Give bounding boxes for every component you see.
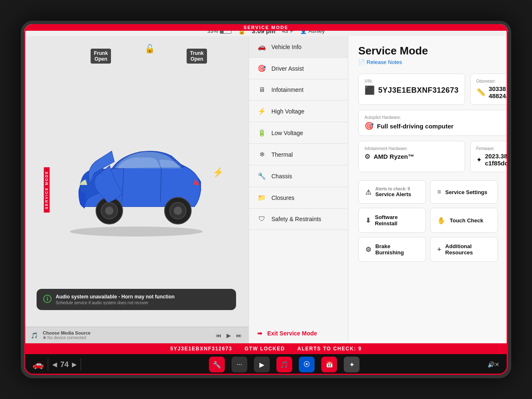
speed-increase-button[interactable]: ▶ [72,361,76,368]
next-track-button[interactable]: ⏭ [236,332,242,339]
left-panel: SERVICE MODE FrunkOpen 🔓 TrunkOpen [24,36,249,343]
service-settings-button[interactable]: ≡ Service Settings [430,180,498,204]
odometer-icon: 📏 [476,88,485,97]
infotainment-value: AMD Ryzen™ [374,153,414,160]
svg-point-0 [70,227,203,236]
nav-closures-label: Closures [271,195,294,201]
service-alerts-label: Service Alerts [375,191,411,197]
brake-icon: ⚙ [365,246,371,254]
media-device-label: ✱ No device connected [43,335,211,340]
release-notes-link[interactable]: 📄 Release Notes [358,59,498,65]
service-mode-top-banner: SERVICE MODE [24,24,508,31]
exit-service-mode-button[interactable]: ➡ Exit Service Mode [249,323,348,343]
nav-driver-assist-label: Driver Assist [271,65,304,72]
alert-text: Audio system unavailable - Horn may not … [56,294,175,305]
nav-item-driver-assist[interactable]: 🎯 Driver Assist [249,58,348,79]
media-app-icon[interactable]: ▶ [254,357,270,372]
speed-decrease-button[interactable]: ◀ [52,361,57,368]
odometer-label: Odometer: [476,79,508,84]
taskbar-divider-1 [48,358,48,371]
settings-icon: ≡ [437,188,441,196]
touch-check-label: Touch Check [450,217,483,224]
vin-value: 5YJ3E1EBXNF312673 [378,86,459,95]
exit-label: Exit Service Mode [267,330,317,337]
nav-infotainment-label: Infotainment [271,86,303,93]
volume-icon[interactable]: 🔊✕ [488,361,500,368]
chassis-icon: 🔧 [257,172,266,180]
nav-item-high-voltage[interactable]: ⚡ High Voltage [249,101,348,122]
bluetooth-taskbar-icon[interactable]: ⦿ [299,357,315,372]
additional-resources-label: Additional Resources [445,243,491,256]
high-voltage-icon: ⚡ [257,107,266,115]
bottom-alerts: ALERTS TO CHECK: 9 [298,346,362,352]
car-taskbar-icon[interactable]: 🚗 [32,359,44,370]
infotainment-hw-label: Infotainment Hardware: [365,146,459,151]
wrench-app-icon[interactable]: 🔧 [209,357,225,372]
screen: SERVICE MODE 33% 🔒 3:09 pm 43°F 👤 Ashley [24,24,508,375]
download-icon: ⬇ [365,217,371,224]
alert-sub-text: Schedule service if audio system does no… [56,300,175,305]
nav-item-vehicle-info[interactable]: 🚗 Vehicle Info [249,36,348,58]
music-app-icon[interactable]: 🎵 [276,357,292,372]
play-button[interactable]: ▶ [227,332,231,339]
media-bar: 🎵 Choose Media Source ✱ No device connec… [24,327,249,343]
nav-safety-label: Safety & Restraints [271,216,321,222]
nav-item-chassis[interactable]: 🔧 Chassis [249,165,348,187]
media-controls[interactable]: ⏮ ▶ ⏭ [216,332,242,339]
frunk-label: FrunkOpen [91,49,111,64]
qr-icon: ⬛ [365,85,375,95]
autopilot-block: Autopilot Hardware: 🎯 Full self-driving … [358,110,508,136]
document-icon: 📄 [358,59,365,65]
brake-burnishing-label: Brake Burnishing [375,243,419,256]
taskbar-left: 🚗 [32,359,44,370]
nav-item-closures[interactable]: 📁 Closures [249,187,348,209]
autopilot-label: Autopilot Hardware: [365,115,508,120]
no-device-text: No device connected [47,335,86,340]
nav-item-low-voltage[interactable]: 🔋 Low Voltage [249,122,348,144]
speed-value: 74 [60,360,69,369]
calendar-app-icon[interactable]: 📅 [321,357,337,372]
nav-item-infotainment[interactable]: 🖥 Infotainment [249,79,348,101]
service-mode-title: Service Mode [358,44,498,57]
nav-item-safety[interactable]: 🛡 Safety & Restraints [249,209,348,230]
car-visualization-area: FrunkOpen 🔓 TrunkOpen [24,36,249,327]
nav-chassis-label: Chassis [271,173,292,180]
main-content: SERVICE MODE FrunkOpen 🔓 TrunkOpen [24,36,508,343]
nav-item-thermal[interactable]: ❄ Thermal [249,144,348,165]
alert-main-text: Audio system unavailable - Horn may not … [56,294,175,300]
right-info-panel: Service Mode 📄 Release Notes VIN: ⬛ 5YJ3… [348,36,508,343]
alerts-badge: Alerts to check: 9 [375,187,411,191]
service-mode-side-label: SERVICE MODE [44,167,49,212]
lock-open-icon: 🔓 [145,44,155,54]
bottom-gtw: GTW LOCKED [245,346,285,352]
touch-check-button[interactable]: ✋ Touch Check [430,208,498,233]
speed-display: ◀ 74 ▶ [52,360,76,369]
apps-icon[interactable]: ✦ [344,357,360,372]
bottom-status-bar: 5YJ3E1EBXNF312673 GTW LOCKED ALERTS TO C… [24,343,508,354]
service-alerts-button[interactable]: ⚠ Alerts to check: 9 Service Alerts [358,180,426,204]
alert-info-icon: ℹ [43,295,52,303]
car-svg-container [49,123,224,240]
music-note-icon: 🎵 [31,332,38,339]
brake-burnishing-button[interactable]: ⚙ Brake Burnishing [358,237,426,262]
autopilot-value: Full self-driving computer [377,123,453,130]
prev-track-button[interactable]: ⏮ [216,332,222,339]
software-reinstall-label: Software Reinstall [375,214,419,227]
bluetooth-icon: ✱ [43,335,46,340]
release-notes-text: Release Notes [367,59,402,65]
closures-icon: 📁 [257,194,266,202]
media-info: Choose Media Source ✱ No device connecte… [43,330,211,340]
action-buttons-grid: ⚠ Alerts to check: 9 Service Alerts ≡ Se… [358,180,498,262]
vin-block: VIN: ⬛ 5YJ3E1EBXNF312673 [358,74,465,105]
dots-app-icon[interactable]: ··· [232,357,247,372]
trunk-label: TrunkOpen [187,49,207,64]
navigation-panel: 🚗 Vehicle Info 🎯 Driver Assist 🖥 Infotai… [249,36,348,343]
software-reinstall-button[interactable]: ⬇ Software Reinstall [358,208,426,233]
service-settings-label: Service Settings [445,189,487,195]
exit-icon: ➡ [257,330,262,337]
additional-resources-button[interactable]: + Additional Resources [430,237,498,262]
vin-label: VIN: [365,79,459,84]
svg-point-6 [174,207,182,215]
car-nav-icon: 🚗 [257,43,266,51]
odometer-block: Odometer: 📏 30338 mi / 48824.3 km [470,74,508,105]
